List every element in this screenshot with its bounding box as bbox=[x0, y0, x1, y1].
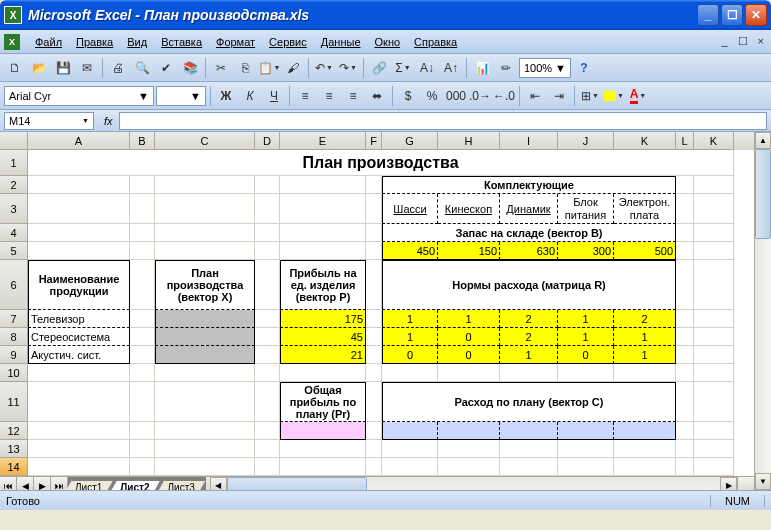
cell[interactable] bbox=[500, 422, 558, 440]
cell[interactable] bbox=[130, 260, 155, 310]
cell[interactable] bbox=[255, 364, 280, 382]
font-color-button[interactable]: A▼ bbox=[627, 85, 649, 107]
cell[interactable] bbox=[694, 242, 734, 260]
align-center-button[interactable]: ≡ bbox=[318, 85, 340, 107]
cell[interactable]: 500 bbox=[614, 242, 676, 260]
cell-total-profit[interactable]: Общая прибыль по плану (Pr) bbox=[280, 382, 366, 422]
menu-format[interactable]: Формат bbox=[209, 33, 262, 51]
row-header[interactable]: 14 bbox=[0, 458, 28, 476]
menu-data[interactable]: Данные bbox=[314, 33, 368, 51]
cell[interactable] bbox=[676, 328, 694, 346]
align-left-button[interactable]: ≡ bbox=[294, 85, 316, 107]
permission-button[interactable]: ✉ bbox=[76, 57, 98, 79]
cell[interactable] bbox=[130, 346, 155, 364]
cell[interactable] bbox=[694, 194, 734, 224]
cell[interactable] bbox=[255, 224, 280, 242]
cell[interactable] bbox=[614, 458, 676, 476]
increase-decimal-button[interactable]: .0→ bbox=[469, 85, 491, 107]
cell[interactable] bbox=[130, 310, 155, 328]
cell[interactable]: 1 bbox=[382, 310, 438, 328]
scroll-right-button[interactable]: ▶ bbox=[720, 477, 737, 490]
cell[interactable] bbox=[28, 176, 130, 194]
cell[interactable] bbox=[130, 176, 155, 194]
cell[interactable] bbox=[438, 364, 500, 382]
cell[interactable] bbox=[255, 422, 280, 440]
row-header[interactable]: 9 bbox=[0, 346, 28, 364]
cell[interactable] bbox=[366, 328, 382, 346]
cell[interactable]: Блок питания bbox=[558, 194, 614, 224]
cell[interactable]: 0 bbox=[558, 346, 614, 364]
tab-nav-last[interactable]: ⏭ bbox=[51, 477, 68, 490]
new-button[interactable]: 🗋 bbox=[4, 57, 26, 79]
cell[interactable] bbox=[28, 458, 130, 476]
col-header[interactable]: F bbox=[366, 132, 382, 150]
tab-nav-first[interactable]: ⏮ bbox=[0, 477, 17, 490]
cell[interactable] bbox=[366, 176, 382, 194]
name-box[interactable]: M14▼ bbox=[4, 112, 94, 130]
cell[interactable] bbox=[366, 242, 382, 260]
row-header[interactable]: 5 bbox=[0, 242, 28, 260]
copy-button[interactable]: ⎘ bbox=[234, 57, 256, 79]
cell[interactable]: 175 bbox=[280, 310, 366, 328]
cell[interactable]: 0 bbox=[382, 346, 438, 364]
cell[interactable] bbox=[382, 422, 438, 440]
cell[interactable]: 1 bbox=[614, 346, 676, 364]
row-header[interactable]: 7 bbox=[0, 310, 28, 328]
select-all-corner[interactable] bbox=[0, 132, 28, 150]
cell[interactable]: 1 bbox=[558, 328, 614, 346]
col-header[interactable]: D bbox=[255, 132, 280, 150]
cell[interactable] bbox=[155, 346, 255, 364]
tab-nav-next[interactable]: ▶ bbox=[34, 477, 51, 490]
cell[interactable] bbox=[155, 310, 255, 328]
cell[interactable] bbox=[694, 458, 734, 476]
cell[interactable] bbox=[676, 310, 694, 328]
cell[interactable] bbox=[280, 458, 366, 476]
percent-button[interactable]: % bbox=[421, 85, 443, 107]
paste-button[interactable]: 📋▼ bbox=[258, 57, 280, 79]
open-button[interactable]: 📂 bbox=[28, 57, 50, 79]
cell[interactable] bbox=[155, 458, 255, 476]
sort-desc-button[interactable]: A↑ bbox=[440, 57, 462, 79]
decrease-indent-button[interactable]: ⇤ bbox=[524, 85, 546, 107]
col-header[interactable]: L bbox=[676, 132, 694, 150]
cell[interactable] bbox=[676, 364, 694, 382]
spellcheck-button[interactable]: ✔ bbox=[155, 57, 177, 79]
cell[interactable] bbox=[155, 242, 255, 260]
cell[interactable]: 300 bbox=[558, 242, 614, 260]
cell[interactable]: Акустич. сист. bbox=[28, 346, 130, 364]
format-painter-button[interactable]: 🖌 bbox=[282, 57, 304, 79]
menu-edit[interactable]: Правка bbox=[69, 33, 120, 51]
sheet-tab[interactable]: Лист1 bbox=[64, 480, 113, 490]
cell[interactable] bbox=[694, 224, 734, 242]
autosum-button[interactable]: Σ▼ bbox=[392, 57, 414, 79]
cell[interactable] bbox=[366, 382, 382, 422]
row-header[interactable]: 12 bbox=[0, 422, 28, 440]
cell[interactable] bbox=[366, 458, 382, 476]
cell[interactable] bbox=[155, 194, 255, 224]
cell[interactable] bbox=[438, 458, 500, 476]
cell[interactable]: Динамик bbox=[500, 194, 558, 224]
sort-asc-button[interactable]: A↓ bbox=[416, 57, 438, 79]
cell[interactable]: Электрон. плата bbox=[614, 194, 676, 224]
cell[interactable] bbox=[28, 242, 130, 260]
zoom-combo[interactable]: 100%▼ bbox=[519, 58, 571, 78]
cell[interactable] bbox=[130, 242, 155, 260]
vertical-scrollbar[interactable]: ▲ ▼ bbox=[754, 132, 771, 490]
cell-zapas[interactable]: Запас на складе (вектор B) bbox=[382, 224, 676, 242]
row-header[interactable]: 4 bbox=[0, 224, 28, 242]
cell[interactable]: 1 bbox=[500, 346, 558, 364]
cell[interactable] bbox=[280, 364, 366, 382]
mdi-minimize-button[interactable]: _ bbox=[718, 35, 730, 48]
cell[interactable] bbox=[438, 440, 500, 458]
cell[interactable] bbox=[366, 440, 382, 458]
col-header[interactable]: A bbox=[28, 132, 130, 150]
cell[interactable] bbox=[255, 382, 280, 422]
underline-button[interactable]: Ч bbox=[263, 85, 285, 107]
fill-color-button[interactable]: ▼ bbox=[603, 85, 625, 107]
cell[interactable] bbox=[614, 440, 676, 458]
cell[interactable] bbox=[28, 382, 130, 422]
cell[interactable] bbox=[280, 224, 366, 242]
cell[interactable] bbox=[676, 458, 694, 476]
maximize-button[interactable]: ☐ bbox=[721, 4, 743, 26]
cell[interactable] bbox=[28, 194, 130, 224]
